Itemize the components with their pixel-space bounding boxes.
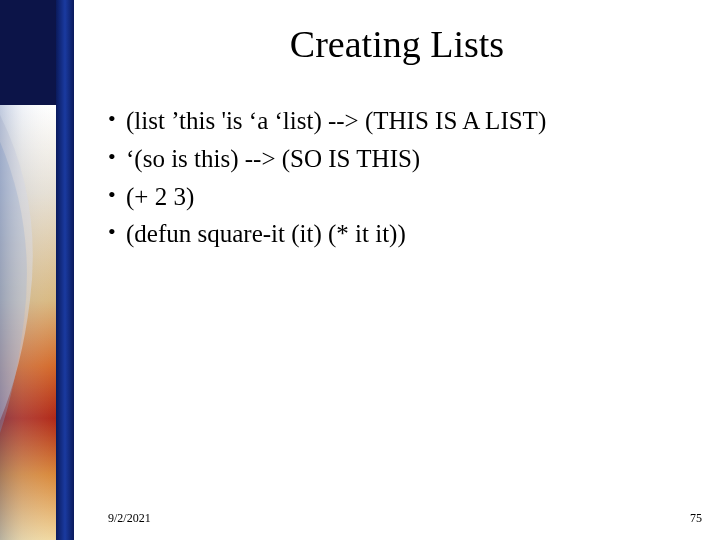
bullet-icon: • [108,142,126,173]
bullet-icon: • [108,104,126,135]
list-item: • ‘(so is this) --> (SO IS THIS) [108,142,700,176]
list-item: • (list ’this 'is ‘a ‘list) --> (THIS IS… [108,104,700,138]
bullet-text: (+ 2 3) [126,180,700,214]
footer-page-number: 75 [690,511,702,526]
footer-date: 9/2/2021 [108,511,151,526]
slide-content: Creating Lists • (list ’this 'is ‘a ‘lis… [74,0,720,540]
bullet-text: (defun square-it (it) (* it it)) [126,217,700,251]
bullet-icon: • [108,217,126,248]
bullet-text: (list ’this 'is ‘a ‘list) --> (THIS IS A… [126,104,700,138]
svg-rect-3 [56,0,74,540]
decorative-sidebar [0,0,74,540]
slide-title: Creating Lists [74,22,720,66]
list-item: • (defun square-it (it) (* it it)) [108,217,700,251]
bullet-text: ‘(so is this) --> (SO IS THIS) [126,142,700,176]
bullet-list: • (list ’this 'is ‘a ‘list) --> (THIS IS… [74,104,720,251]
list-item: • (+ 2 3) [108,180,700,214]
bullet-icon: • [108,180,126,211]
svg-rect-4 [0,105,56,540]
